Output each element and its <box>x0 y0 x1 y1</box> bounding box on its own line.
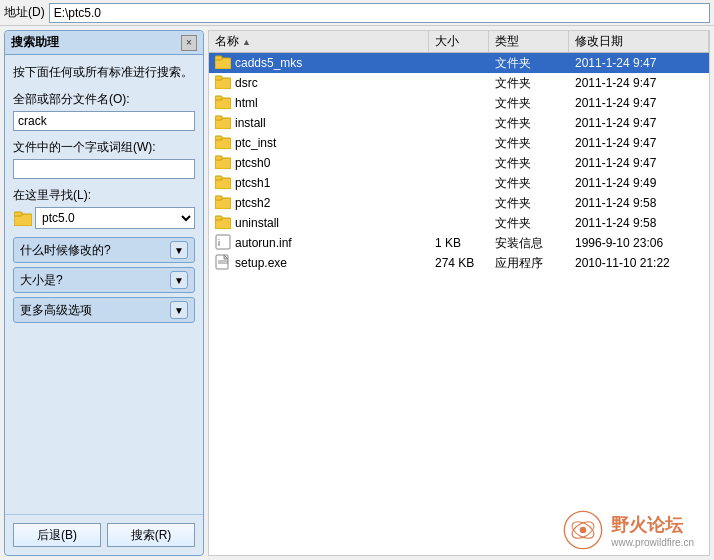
col-date-label: 修改日期 <box>575 33 623 50</box>
search-panel-header: 搜索助理 × <box>5 31 203 55</box>
col-size-label: 大小 <box>435 33 459 50</box>
when-modified-section[interactable]: 什么时候修改的? ▼ <box>13 237 195 263</box>
svg-point-29 <box>580 527 587 534</box>
table-row[interactable]: i autorun.inf1 KB安装信息1996-9-10 23:06 <box>209 233 709 253</box>
file-type-cell: 文件夹 <box>489 73 569 93</box>
table-row[interactable]: install文件夹2011-1-24 9:47 <box>209 113 709 133</box>
search-panel-title: 搜索助理 <box>11 34 59 51</box>
search-panel-footer: 后退(B) 搜索(R) <box>5 514 203 555</box>
file-size-cell <box>429 193 489 213</box>
back-button[interactable]: 后退(B) <box>13 523 101 547</box>
file-name-cell: ptcsh2 <box>209 193 429 213</box>
file-list-header: 名称 ▲ 大小 类型 修改日期 <box>209 31 709 53</box>
file-icon: i <box>215 234 231 253</box>
watermark-logo-icon <box>563 510 603 550</box>
folder-icon <box>215 215 231 232</box>
advanced-section[interactable]: 更多高级选项 ▼ <box>13 297 195 323</box>
search-panel-body: 按下面任何或所有标准进行搜索。 全部或部分文件名(O): 文件中的一个字或词组(… <box>5 55 203 514</box>
folder-icon <box>215 55 231 72</box>
file-name-text: dsrc <box>235 76 258 90</box>
keyword-input[interactable] <box>13 159 195 179</box>
search-button[interactable]: 搜索(R) <box>107 523 195 547</box>
table-row[interactable]: setup.exe274 KB应用程序2010-11-10 21:22 <box>209 253 709 273</box>
svg-rect-3 <box>215 56 222 60</box>
file-name-text: autorun.inf <box>235 236 292 250</box>
location-label: 在这里寻找(L): <box>13 187 195 204</box>
col-type-label: 类型 <box>495 33 519 50</box>
file-date-cell: 1996-9-10 23:06 <box>569 233 709 253</box>
file-name-text: uninstall <box>235 216 279 230</box>
file-size-cell <box>429 73 489 93</box>
folder-icon <box>215 195 231 212</box>
file-name-text: ptc_inst <box>235 136 276 150</box>
file-name-cell: ptcsh0 <box>209 153 429 173</box>
file-size-cell <box>429 213 489 233</box>
advanced-chevron[interactable]: ▼ <box>170 301 188 319</box>
col-header-date[interactable]: 修改日期 <box>569 31 709 52</box>
file-date-cell: 2011-1-24 9:47 <box>569 53 709 73</box>
size-section[interactable]: 大小是? ▼ <box>13 267 195 293</box>
table-row[interactable]: uninstall文件夹2011-1-24 9:58 <box>209 213 709 233</box>
table-row[interactable]: html文件夹2011-1-24 9:47 <box>209 93 709 113</box>
file-size-cell <box>429 153 489 173</box>
svg-rect-13 <box>215 156 222 160</box>
file-name-cell: ptcsh1 <box>209 173 429 193</box>
folder-icon <box>215 75 231 92</box>
folder-icon <box>215 95 231 112</box>
file-date-cell: 2011-1-24 9:47 <box>569 93 709 113</box>
folder-icon <box>215 135 231 152</box>
file-name-cell: install <box>209 113 429 133</box>
file-date-cell: 2011-1-24 9:49 <box>569 173 709 193</box>
watermark-text: 野火论坛 www.prowildfire.cn <box>611 513 694 548</box>
svg-text:i: i <box>218 238 220 248</box>
filename-input[interactable] <box>13 111 195 131</box>
file-area: 名称 ▲ 大小 类型 修改日期 cadds5_mks文件夹2011-1-24 9… <box>208 30 710 556</box>
file-size-cell <box>429 93 489 113</box>
col-header-type[interactable]: 类型 <box>489 31 569 52</box>
file-icon <box>215 254 231 273</box>
file-size-cell: 274 KB <box>429 253 489 273</box>
file-name-cell: uninstall <box>209 213 429 233</box>
file-date-cell: 2011-1-24 9:58 <box>569 213 709 233</box>
file-name-text: setup.exe <box>235 256 287 270</box>
table-row[interactable]: cadds5_mks文件夹2011-1-24 9:47 <box>209 53 709 73</box>
watermark-area: 野火论坛 www.prowildfire.cn <box>563 510 694 550</box>
file-name-cell: cadds5_mks <box>209 53 429 73</box>
watermark-title: 野火论坛 <box>611 513 694 537</box>
svg-rect-9 <box>215 116 222 120</box>
table-row[interactable]: ptcsh0文件夹2011-1-24 9:47 <box>209 153 709 173</box>
folder-icon <box>215 155 231 172</box>
when-modified-chevron[interactable]: ▼ <box>170 241 188 259</box>
file-type-cell: 安装信息 <box>489 233 569 253</box>
file-list-body: cadds5_mks文件夹2011-1-24 9:47 dsrc文件夹2011-… <box>209 53 709 555</box>
file-name-cell: setup.exe <box>209 253 429 273</box>
col-header-size[interactable]: 大小 <box>429 31 489 52</box>
search-panel: 搜索助理 × 按下面任何或所有标准进行搜索。 全部或部分文件名(O): 文件中的… <box>4 30 204 556</box>
col-header-name[interactable]: 名称 ▲ <box>209 31 429 52</box>
svg-rect-11 <box>215 136 222 140</box>
file-name-cell: ptc_inst <box>209 133 429 153</box>
file-name-text: ptcsh1 <box>235 176 270 190</box>
file-type-cell: 文件夹 <box>489 213 569 233</box>
file-type-cell: 文件夹 <box>489 193 569 213</box>
size-chevron[interactable]: ▼ <box>170 271 188 289</box>
svg-rect-17 <box>215 196 222 200</box>
table-row[interactable]: ptcsh1文件夹2011-1-24 9:49 <box>209 173 709 193</box>
advanced-label: 更多高级选项 <box>20 302 92 319</box>
table-row[interactable]: ptcsh2文件夹2011-1-24 9:58 <box>209 193 709 213</box>
folder-icon <box>215 175 231 192</box>
keyword-label: 文件中的一个字或词组(W): <box>13 139 195 156</box>
file-size-cell <box>429 113 489 133</box>
svg-rect-1 <box>14 212 22 216</box>
file-date-cell: 2011-1-24 9:58 <box>569 193 709 213</box>
address-input[interactable] <box>49 3 710 23</box>
file-type-cell: 文件夹 <box>489 93 569 113</box>
svg-rect-15 <box>215 176 222 180</box>
file-date-cell: 2011-1-24 9:47 <box>569 73 709 93</box>
file-name-cell: dsrc <box>209 73 429 93</box>
search-panel-close-button[interactable]: × <box>181 35 197 51</box>
table-row[interactable]: dsrc文件夹2011-1-24 9:47 <box>209 73 709 93</box>
location-row: ptc5.0 <box>13 207 195 229</box>
location-select[interactable]: ptc5.0 <box>35 207 195 229</box>
table-row[interactable]: ptc_inst文件夹2011-1-24 9:47 <box>209 133 709 153</box>
